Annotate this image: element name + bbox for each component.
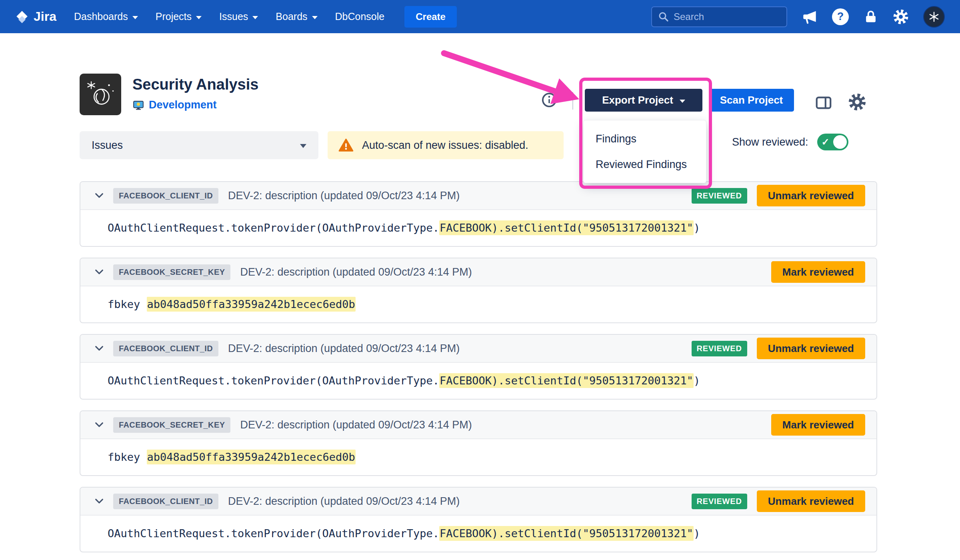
- code-segment: ): [694, 527, 700, 540]
- code-segment-highlighted: ab048ad50ffa33959a242b1ecec6ed0b: [147, 450, 356, 464]
- project-link[interactable]: Development: [149, 99, 217, 111]
- code-segment-highlighted: FACEBOOK).setClientId("950513172001321": [439, 526, 694, 541]
- header-actions: REVIEWED Unmark reviewed: [692, 185, 865, 206]
- finding-title: DEV-2: description (updated 09/Oct/23 4:…: [228, 495, 460, 508]
- show-reviewed-control: Show reviewed:: [732, 134, 848, 150]
- top-navbar: Jira Dashboards Projects Issues Boards D…: [0, 0, 960, 33]
- export-menu: Findings Reviewed Findings: [583, 120, 706, 183]
- finding-code: fbkey ab048ad50ffa33959a242b1ecec6ed0b: [80, 286, 876, 322]
- chevron-down-icon: [252, 16, 258, 19]
- toggle-knob: [833, 135, 847, 149]
- navbar-left: Jira Dashboards Projects Issues Boards D…: [15, 6, 457, 28]
- jira-logo[interactable]: Jira: [15, 9, 56, 24]
- chevron-down-icon: [300, 144, 306, 148]
- user-avatar[interactable]: [923, 6, 945, 28]
- gear-icon: [893, 9, 909, 25]
- unmark-reviewed-button[interactable]: Unmark reviewed: [757, 490, 865, 512]
- help-button[interactable]: [832, 8, 849, 25]
- project-line: Development: [132, 99, 258, 111]
- announcements-button[interactable]: [802, 9, 818, 25]
- issues-filter-select[interactable]: Issues: [80, 131, 318, 159]
- finding-code: OAuthClientRequest.tokenProvider(OAuthPr…: [80, 210, 876, 246]
- code-segment-highlighted: ab048ad50ffa33959a242b1ecec6ed0b: [147, 297, 356, 312]
- issues-filter-value: Issues: [92, 139, 123, 152]
- warning-text: Auto-scan of new issues: disabled.: [362, 139, 528, 152]
- sidebar-layout-icon: [814, 94, 833, 112]
- reviewed-badge: REVIEWED: [692, 188, 747, 204]
- jira-logo-label: Jira: [34, 9, 56, 24]
- mark-reviewed-button[interactable]: Mark reviewed: [771, 414, 865, 436]
- nav-item-issues[interactable]: Issues: [219, 11, 258, 22]
- finding-code: OAuthClientRequest.tokenProvider(OAuthPr…: [80, 516, 876, 552]
- divider: [572, 92, 573, 110]
- nav-item-dashboards[interactable]: Dashboards: [74, 11, 138, 22]
- search-box[interactable]: [651, 6, 787, 27]
- finding-type-badge: FACEBOOK_SECRET_KEY: [113, 417, 230, 433]
- finding-card-header[interactable]: FACEBOOK_SECRET_KEY DEV-2: description (…: [80, 258, 876, 286]
- chevron-down-icon: [132, 16, 138, 19]
- help-icon: [832, 8, 849, 25]
- chevron-down-icon: [196, 16, 202, 19]
- code-segment: ): [694, 222, 700, 234]
- finding-code: fbkey ab048ad50ffa33959a242b1ecec6ed0b: [80, 439, 876, 475]
- project-header: Security Analysis Development: [80, 74, 258, 115]
- export-menu-item-reviewed-findings[interactable]: Reviewed Findings: [584, 152, 706, 177]
- header-actions: REVIEWED Unmark reviewed: [692, 490, 865, 512]
- code-segment: OAuthClientRequest.tokenProvider(OAuthPr…: [108, 374, 439, 387]
- page: Jira Dashboards Projects Issues Boards D…: [0, 0, 960, 560]
- nav-item-label: Projects: [156, 11, 192, 22]
- navbar-right: [651, 6, 945, 28]
- finding-card: FACEBOOK_CLIENT_ID DEV-2: description (u…: [80, 487, 877, 552]
- export-menu-item-findings[interactable]: Findings: [584, 126, 706, 152]
- finding-code: OAuthClientRequest.tokenProvider(OAuthPr…: [80, 363, 876, 399]
- finding-title: DEV-2: description (updated 09/Oct/23 4:…: [228, 190, 460, 202]
- expand-chevron-icon[interactable]: [95, 346, 104, 351]
- export-project-button[interactable]: Export Project: [585, 89, 702, 112]
- unmark-reviewed-button[interactable]: Unmark reviewed: [757, 338, 865, 359]
- details-panel-button[interactable]: [814, 94, 833, 112]
- finding-card: FACEBOOK_SECRET_KEY DEV-2: description (…: [80, 410, 877, 476]
- nav-item-boards[interactable]: Boards: [276, 11, 317, 22]
- project-avatar: [80, 74, 121, 115]
- jira-logo-icon: [15, 10, 29, 24]
- info-icon: [541, 92, 558, 108]
- code-segment-highlighted: FACEBOOK).setClientId("950513172001321": [439, 373, 694, 388]
- code-segment: OAuthClientRequest.tokenProvider(OAuthPr…: [108, 222, 439, 234]
- mark-reviewed-button[interactable]: Mark reviewed: [771, 261, 865, 283]
- info-button[interactable]: [541, 92, 558, 108]
- finding-card-header[interactable]: FACEBOOK_CLIENT_ID DEV-2: description (u…: [80, 335, 876, 363]
- expand-chevron-icon[interactable]: [95, 269, 104, 275]
- nav-item-label: DbConsole: [335, 11, 385, 22]
- security-button[interactable]: [863, 9, 878, 24]
- scan-project-button[interactable]: Scan Project: [709, 89, 794, 112]
- finding-card: FACEBOOK_CLIENT_ID DEV-2: description (u…: [80, 181, 877, 247]
- header-actions: REVIEWED Unmark reviewed: [692, 338, 865, 359]
- chevron-down-icon: [680, 100, 685, 103]
- code-segment: OAuthClientRequest.tokenProvider(OAuthPr…: [108, 527, 439, 540]
- settings-button[interactable]: [848, 93, 866, 111]
- nav-item-projects[interactable]: Projects: [156, 11, 202, 22]
- finding-card-header[interactable]: FACEBOOK_CLIENT_ID DEV-2: description (u…: [80, 488, 876, 516]
- finding-card-header[interactable]: FACEBOOK_CLIENT_ID DEV-2: description (u…: [80, 182, 876, 210]
- code-segment: fbkey: [108, 451, 147, 463]
- finding-type-badge: FACEBOOK_CLIENT_ID: [113, 494, 218, 509]
- expand-chevron-icon[interactable]: [95, 422, 104, 428]
- avatar-snowflake-icon: [928, 11, 940, 23]
- admin-settings-button[interactable]: [893, 9, 909, 25]
- show-reviewed-toggle[interactable]: [817, 134, 848, 150]
- finding-card: FACEBOOK_SECRET_KEY DEV-2: description (…: [80, 258, 877, 323]
- reviewed-badge: REVIEWED: [692, 494, 747, 509]
- expand-chevron-icon[interactable]: [95, 498, 104, 504]
- page-title: Security Analysis: [132, 76, 258, 93]
- show-reviewed-label: Show reviewed:: [732, 136, 808, 148]
- nav-item-dbconsole[interactable]: DbConsole: [335, 11, 385, 22]
- create-button[interactable]: Create: [404, 6, 457, 28]
- expand-chevron-icon[interactable]: [95, 193, 104, 198]
- finding-type-badge: FACEBOOK_CLIENT_ID: [113, 341, 218, 356]
- finding-card-header[interactable]: FACEBOOK_SECRET_KEY DEV-2: description (…: [80, 411, 876, 439]
- finding-title: DEV-2: description (updated 09/Oct/23 4:…: [240, 419, 472, 431]
- autoscan-warning-banner: Auto-scan of new issues: disabled.: [328, 131, 564, 159]
- nav-item-label: Dashboards: [74, 11, 128, 22]
- unmark-reviewed-button[interactable]: Unmark reviewed: [757, 185, 865, 206]
- search-input[interactable]: [674, 11, 781, 22]
